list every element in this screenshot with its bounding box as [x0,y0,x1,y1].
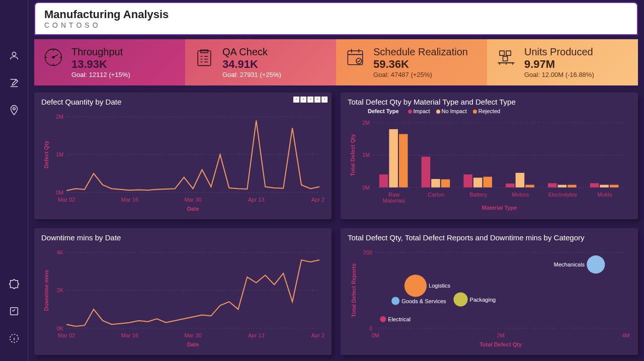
svg-text:0M: 0M [362,185,370,191]
svg-rect-32 [389,129,398,188]
kpi-units[interactable]: Units Produced 9.97M Goal: 12.00M (-16.8… [487,39,638,85]
chart-downtime-by-date[interactable]: Downtime mins by Date 0K2K4KMar 02Mar 16… [34,228,332,355]
chart-scatter-category[interactable]: Total Defect Qty, Total Defect Reports a… [341,228,638,355]
svg-rect-54 [610,185,619,188]
svg-rect-7 [348,51,362,65]
svg-rect-50 [568,185,577,188]
svg-text:Electrical: Electrical [388,316,411,322]
svg-text:1M: 1M [362,152,370,158]
svg-text:Total Defect Qty: Total Defect Qty [479,341,522,347]
tool-icon[interactable]: ▫ [321,97,328,103]
kpi-goal: Goal: 47487 (+25%) [373,71,468,78]
pallet-icon [495,46,517,70]
svg-text:2M: 2M [497,332,504,338]
svg-rect-11 [503,56,508,61]
svg-rect-37 [431,179,440,188]
svg-text:Mechanicals: Mechanicals [554,261,585,267]
puzzle-icon[interactable] [9,279,20,292]
svg-text:200: 200 [363,249,372,255]
checklist-icon [193,46,215,70]
svg-text:Date: Date [187,206,199,212]
kpi-value: 9.97M [524,58,594,71]
kpi-value: 34.91K [222,58,281,71]
svg-rect-2 [10,308,18,315]
svg-text:0M: 0M [56,190,63,196]
svg-text:Logistics: Logistics [429,283,450,289]
kpi-goal: Goal: 12112 (+15%) [71,71,130,78]
svg-rect-33 [399,134,408,188]
header: Manufacturing Analysis CONTOSO [34,2,638,35]
svg-point-86 [587,255,605,274]
kpi-schedule[interactable]: Schedule Realization 59.36K Goal: 47487 … [336,39,487,85]
svg-text:Motors: Motors [512,192,529,198]
svg-text:Packaging: Packaging [470,297,496,303]
svg-point-84 [453,292,467,306]
kpi-value: 59.36K [373,58,468,71]
svg-point-1 [13,108,15,110]
svg-text:Date: Date [187,341,199,347]
chart-defect-by-material[interactable]: Total Defect Qty by Material Type and De… [341,93,638,219]
svg-text:1M: 1M [56,151,63,157]
svg-point-82 [405,275,427,297]
svg-rect-36 [422,157,431,188]
tool-icon[interactable]: ▫ [293,97,299,103]
chart-defect-qty-by-date[interactable]: Defect Quantity by Date ▫▫▫▫▫ 0M1M2MMar … [34,93,332,219]
sidebar [0,0,28,361]
svg-rect-44 [506,184,515,188]
tool-icon[interactable]: ▫ [307,97,313,103]
svg-rect-38 [441,179,450,188]
svg-text:Mar 30: Mar 30 [184,197,201,203]
svg-text:2K: 2K [57,287,64,293]
gauge-icon [42,46,64,70]
svg-rect-31 [379,174,388,188]
tool-icon[interactable]: ▫ [300,97,306,103]
svg-point-80 [391,297,399,305]
kpi-throughput[interactable]: Throughput 13.93K Goal: 12112 (+15%) [34,39,185,85]
tool-icon[interactable]: ▫ [314,97,320,103]
svg-text:Materials: Materials [383,198,406,204]
svg-text:Molds: Molds [597,192,612,198]
svg-text:Material Type: Material Type [482,205,517,211]
svg-text:0K: 0K [57,325,64,331]
card-tools: ▫▫▫▫▫ [293,97,328,103]
svg-rect-49 [558,185,567,188]
user-icon[interactable] [9,50,20,63]
edit-icon[interactable] [9,77,20,91]
svg-text:2M: 2M [56,114,63,120]
info-icon[interactable] [9,333,20,346]
calendar-check-icon [344,46,366,70]
page-title: Manufacturing Analysis [44,8,628,21]
kpi-label: Schedule Realization [373,46,468,58]
kpi-qa[interactable]: QA Check 34.91K Goal: 27931 (+25%) [185,39,336,85]
checklist-icon[interactable] [9,306,20,319]
svg-rect-10 [506,51,511,55]
svg-text:Apr 27: Apr 27 [311,332,325,338]
svg-text:0M: 0M [372,332,379,338]
svg-text:Carton: Carton [428,192,444,198]
svg-text:4M: 4M [622,332,629,338]
svg-rect-42 [483,177,492,188]
svg-text:Apr 27: Apr 27 [311,197,325,203]
svg-rect-46 [525,185,534,188]
svg-text:Total Defect Qty: Total Defect Qty [350,134,356,176]
svg-text:Mar 02: Mar 02 [58,332,75,338]
legend: Defect Type Impact No Impact Rejected [368,108,631,114]
svg-text:Downtime mins: Downtime mins [43,270,49,311]
svg-text:Apr 13: Apr 13 [248,197,265,203]
kpi-value: 13.93K [71,58,130,71]
kpi-goal: Goal: 12.00M (-16.88%) [524,71,594,78]
page-subtitle: CONTOSO [44,21,628,29]
svg-text:Goods & Services: Goods & Services [401,298,446,304]
svg-point-8 [356,58,362,64]
svg-rect-41 [473,177,482,187]
svg-rect-45 [516,173,525,188]
main: Manufacturing Analysis CONTOSO Throughpu… [28,0,644,361]
svg-rect-40 [463,174,472,188]
svg-rect-9 [500,51,504,55]
svg-text:0: 0 [369,325,372,331]
kpi-label: Units Produced [524,46,594,58]
location-icon[interactable] [9,105,20,118]
svg-text:Battery: Battery [469,192,487,198]
svg-text:Electrolytes: Electrolytes [548,192,578,198]
svg-point-0 [12,52,16,56]
